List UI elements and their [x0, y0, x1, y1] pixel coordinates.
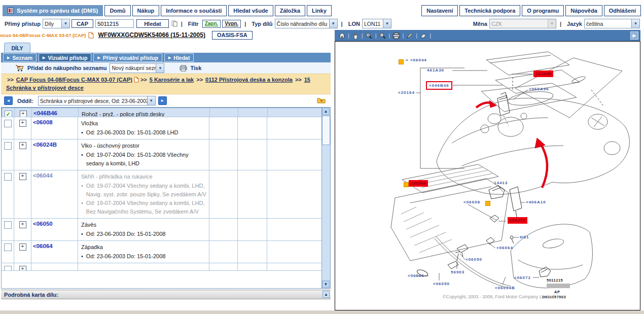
diagram-callout[interactable]: <06066 — [408, 273, 424, 278]
collapse-detail-button[interactable]: ▲ — [323, 291, 330, 298]
part-number-link[interactable]: <06008 — [33, 119, 53, 125]
row-checkbox[interactable] — [4, 173, 12, 181]
nav-button[interactable]: Linky — [307, 5, 332, 16]
language-select[interactable]: čeština▼ — [584, 19, 640, 28]
diagram-callout[interactable]: 13U889 — [533, 71, 553, 77]
nav-button[interactable]: Nákup — [132, 5, 160, 16]
row-checkbox[interactable] — [4, 221, 12, 229]
row-checkbox[interactable] — [4, 243, 12, 251]
cap-button[interactable]: CAP — [71, 19, 93, 28]
next-section-button[interactable]: ► — [158, 96, 167, 105]
search-button[interactable]: Hledat — [136, 19, 169, 28]
part-number-link[interactable]: <06050 — [33, 221, 53, 227]
table-row[interactable]: +<06050Závěs•Od: 23-06-2003 Do: 15-01-20… — [2, 219, 330, 241]
diagram-callout[interactable]: <406A10 — [526, 200, 546, 204]
prev-section-button[interactable]: ◄ — [4, 96, 13, 105]
diagram-callout[interactable]: <06050 — [466, 257, 482, 262]
filter-on-button[interactable]: Zapn. — [202, 20, 221, 28]
table-row[interactable]: +<06024BVlko - úschovný prostor•Od: 19-0… — [2, 139, 330, 170]
lon-select[interactable]: LON11▼ — [362, 19, 391, 28]
diagram-callout[interactable]: 14413 — [494, 181, 508, 185]
diagram-canvas[interactable]: = <06044 461A30<046B46<20164<060A9613U88… — [335, 41, 640, 310]
copy-page-icon[interactable] — [171, 20, 177, 27]
expand-icon[interactable]: + — [19, 221, 26, 228]
nav-button[interactable]: Domů — [104, 5, 130, 16]
view-mode-button[interactable]: ▶Seznam — [3, 53, 37, 62]
pan-hand-icon[interactable] — [351, 31, 360, 40]
diagram-callout[interactable]: 56903 — [451, 270, 464, 274]
diagram-callout[interactable]: <06008 — [463, 200, 480, 204]
row-checkbox[interactable]: ✓ — [5, 111, 12, 117]
filter-off-button[interactable]: Vypn. — [222, 20, 241, 28]
diagram-callout[interactable]: <06024B — [495, 286, 515, 290]
home-icon[interactable] — [337, 31, 346, 40]
diagram-callout[interactable]: <06064 — [496, 246, 513, 250]
table-row[interactable]: +<06064Západka•Od: 23-06-2003 Do: 15-01-… — [2, 241, 330, 263]
diagram-callout[interactable]: <06072 — [514, 275, 531, 280]
pen-icon[interactable] — [405, 31, 414, 40]
nav-button[interactable]: Nápověda — [565, 5, 602, 16]
add-to-list-label[interactable]: Přidat do nákupního seznamu — [27, 65, 106, 71]
expand-icon[interactable]: + — [20, 111, 27, 117]
print-diagram-icon[interactable] — [391, 31, 401, 40]
oasis-fsa-button[interactable]: OASIS-FSA — [212, 31, 253, 40]
nav-button[interactable]: Záložka — [275, 5, 305, 16]
diagram-callout[interactable]: 16A277 — [508, 217, 527, 224]
row-checkbox[interactable] — [4, 142, 12, 150]
table-row[interactable]: +<06044Skříň - přihrádka na rukavice•Od:… — [2, 170, 330, 219]
eraser-icon[interactable] — [419, 31, 428, 40]
view-mode-button[interactable]: ▶Vizuální přístup — [39, 53, 91, 62]
diagram-callout[interactable]: <06050 — [433, 282, 450, 286]
scroll-down-button[interactable]: ▼ — [322, 281, 330, 288]
part-number-link[interactable]: <06044 — [33, 172, 53, 179]
app-title-tab[interactable]: Systém pro správu dat (DMS) — [3, 5, 103, 16]
expand-icon[interactable]: + — [19, 266, 26, 271]
folder-up-icon[interactable] — [317, 97, 326, 104]
table-row[interactable]: +<06008Vložka•Od: 23-06-2003 Do: 15-01-2… — [2, 117, 330, 139]
zoom-in-icon[interactable] — [365, 31, 374, 40]
nav-button[interactable]: Hledat všude — [228, 5, 273, 16]
expand-panel-button[interactable]: ▶ — [630, 31, 638, 40]
nav-button[interactable]: O programu — [522, 5, 564, 16]
breadcrumb-link[interactable]: 0112 Přístrojová deska a konzola — [205, 77, 293, 83]
print-label[interactable]: Tisk — [190, 65, 201, 71]
diagram-callout[interactable]: 461A30 — [427, 68, 444, 73]
vin-link[interactable]: WF0WXXGCDW5K54066 (15-11-2005) — [98, 31, 205, 39]
table-row[interactable]: + — [2, 263, 330, 271]
tab-dily[interactable]: DÍLY — [4, 43, 30, 53]
catalog-name[interactable]: ocus 04-08/Focus C-MAX 03-07 (CAP) — [0, 32, 86, 38]
nav-button[interactable]: Informace o součásti — [161, 5, 227, 16]
part-number-link[interactable]: <06024B — [33, 142, 57, 148]
table-scrollbar[interactable]: ▲ ▼ — [321, 108, 330, 288]
direct-access-type-select[interactable]: Díly▼ — [43, 19, 70, 28]
expand-icon[interactable]: + — [19, 120, 26, 127]
scroll-thumb[interactable] — [322, 116, 330, 145]
diagram-callout[interactable]: <046B46 — [426, 81, 452, 90]
row-checkbox[interactable] — [4, 266, 12, 271]
nav-button[interactable]: Technická podpora — [459, 5, 520, 16]
breadcrumb-link[interactable]: CAP Focus 04-08/Focus C-MAX 03-07 (CAP) — [16, 77, 132, 83]
section-select[interactable]: Schránka v přístrojové desce, Od: 23-06-… — [38, 96, 156, 106]
diagram-callout[interactable]: HS1 — [520, 235, 529, 239]
document-icon[interactable] — [88, 32, 94, 39]
part-search-input[interactable] — [95, 19, 134, 28]
part-number-link[interactable]: <06064 — [33, 243, 53, 249]
nav-button[interactable]: Nastavení — [421, 5, 458, 16]
part-number-link[interactable]: <046B46 — [33, 110, 57, 116]
part-type-select[interactable]: Číslo náhradního dílu▼ — [275, 19, 338, 28]
view-mode-button[interactable]: ▶Přímý vizuální přístup — [93, 53, 162, 62]
nav-button[interactable]: Odhlášení — [604, 5, 641, 16]
zoom-out-icon[interactable] — [378, 31, 387, 40]
expand-icon[interactable]: + — [19, 243, 26, 251]
view-mode-button[interactable]: ▶Hledat — [164, 53, 194, 62]
table-row[interactable]: ✓+<046B46Rohož - pryž. - police přístr.d… — [2, 108, 330, 117]
diagram-callout[interactable]: <06044 — [409, 180, 428, 187]
diagram-callout[interactable]: <20164 — [398, 90, 415, 95]
diagram-callout[interactable]: <060A96 — [529, 87, 549, 91]
breadcrumb-link[interactable]: 5 Karosérie a lak — [150, 77, 194, 83]
row-checkbox[interactable] — [4, 120, 12, 127]
shopping-list-select[interactable]: Nový nákupní seznam▼ — [110, 63, 164, 73]
expand-icon[interactable]: + — [19, 142, 26, 149]
scroll-up-button[interactable]: ▲ — [322, 108, 330, 115]
expand-icon[interactable]: + — [19, 173, 26, 180]
